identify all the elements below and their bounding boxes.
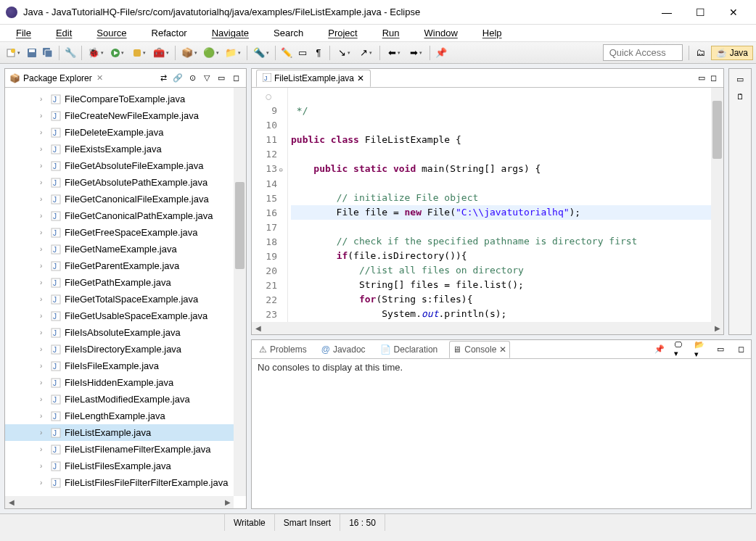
menu-search[interactable]: Search	[262, 26, 315, 40]
expand-icon[interactable]: ›	[40, 128, 42, 136]
editor-maximize-icon[interactable]: ◻	[707, 73, 719, 84]
close-console-icon[interactable]: ✕	[499, 344, 506, 355]
expand-icon[interactable]: ›	[40, 429, 42, 437]
expand-icon[interactable]: ›	[40, 329, 42, 336]
expand-icon[interactable]: ›	[40, 195, 42, 203]
expand-icon[interactable]: ›	[40, 145, 42, 153]
view-menu-icon[interactable]: ▽	[201, 73, 213, 84]
editor-vertical-scrollbar[interactable]	[711, 88, 723, 322]
tree-item[interactable]: ›JFileIsAbsoluteExample.java	[5, 324, 246, 341]
expand-icon[interactable]: ›	[40, 312, 42, 320]
prev-annotation-button[interactable]: ↗	[356, 46, 376, 60]
menu-source[interactable]: Source	[85, 26, 138, 40]
pin-console-icon[interactable]: 📌	[654, 344, 665, 355]
expand-icon[interactable]: ›	[40, 295, 42, 303]
problems-tab[interactable]: ⚠Problems	[256, 343, 310, 356]
package-tree[interactable]: ›JFileCompareToExample.java›JFileCreateN…	[5, 88, 246, 508]
tree-item[interactable]: ›JFileIsHiddenExample.java	[5, 374, 246, 391]
package-explorer-tab[interactable]: 📦 Package Explorer ✕	[9, 73, 103, 83]
open-perspective-button[interactable]: 🗂	[694, 46, 708, 60]
editor-minimize-icon[interactable]: ▭	[696, 73, 707, 84]
menu-refactor[interactable]: Refactor	[140, 26, 199, 40]
quick-access-input[interactable]	[603, 44, 683, 61]
expand-icon[interactable]: ›	[40, 362, 42, 370]
console-maximize-icon[interactable]: ◻	[735, 344, 747, 355]
open-console-icon[interactable]: 📂▾	[694, 344, 706, 355]
menu-navigate[interactable]: Navigate	[200, 26, 260, 40]
run-button[interactable]	[107, 46, 128, 60]
tree-item[interactable]: ›JFileGetPathExample.java	[5, 274, 246, 291]
expand-icon[interactable]: ›	[40, 162, 42, 170]
new-class-button[interactable]: 🟢	[201, 46, 221, 60]
forward-button[interactable]: ➡	[406, 46, 426, 60]
tree-item[interactable]: ›JFileExistsExample.java	[5, 141, 246, 157]
javadoc-tab[interactable]: @Javadoc	[319, 343, 369, 356]
tree-horizontal-scrollbar[interactable]: ◀▶	[5, 496, 234, 508]
tree-item[interactable]: ›JFileListExample.java	[5, 424, 246, 441]
restore-icon[interactable]: ▭	[734, 73, 746, 85]
save-all-button[interactable]	[41, 46, 55, 60]
tree-item[interactable]: ›JFileLengthExample.java	[5, 408, 246, 424]
expand-icon[interactable]: ›	[40, 112, 42, 120]
tree-item[interactable]: ›JFileIsDirectoryExample.java	[5, 341, 246, 358]
show-whitespace-button[interactable]: ¶	[311, 46, 326, 60]
menu-window[interactable]: Window	[413, 26, 469, 40]
editor-tab[interactable]: J FileListExample.java ✕	[256, 70, 371, 87]
toggle-mark-button[interactable]: ✏️	[279, 46, 294, 60]
focus-icon[interactable]: ⊙	[186, 73, 198, 84]
expand-icon[interactable]: ›	[40, 479, 42, 487]
tree-item[interactable]: ›JFileGetNameExample.java	[5, 241, 246, 257]
tree-item[interactable]: ›JFileGetParentExample.java	[5, 257, 246, 274]
tree-item[interactable]: ›JFileCompareToExample.java	[5, 91, 246, 107]
menu-edit[interactable]: Edit	[44, 26, 83, 40]
tree-item[interactable]: ›JFileGetUsableSpaceExample.java	[5, 307, 246, 324]
expand-icon[interactable]: ›	[40, 345, 42, 353]
run-last-button[interactable]	[129, 46, 149, 60]
tree-item[interactable]: ›JFileGetAbsolutePathExample.java	[5, 174, 246, 191]
tree-item[interactable]: ›JFileIsFileExample.java	[5, 358, 246, 374]
expand-icon[interactable]: ›	[40, 262, 42, 270]
expand-icon[interactable]: ›	[40, 228, 42, 236]
expand-icon[interactable]: ›	[40, 178, 42, 186]
tree-item[interactable]: ›JFileListFilesFileFilterFilterExample.j…	[5, 474, 246, 491]
expand-icon[interactable]: ›	[40, 278, 42, 286]
tree-item[interactable]: ›JFileGetCanonicalFileExample.java	[5, 191, 246, 207]
editor-horizontal-scrollbar[interactable]: ◀▶	[252, 322, 723, 334]
expand-icon[interactable]: ›	[40, 379, 42, 387]
tree-item[interactable]: ›JFileCreateNewFileExample.java	[5, 107, 246, 124]
search-button[interactable]: 🔦	[251, 46, 271, 60]
next-annotation-button[interactable]: ↘	[334, 46, 354, 60]
link-editor-icon[interactable]: 🔗	[172, 73, 184, 84]
menu-help[interactable]: Help	[471, 26, 514, 40]
expand-icon[interactable]: ›	[40, 462, 42, 470]
expand-icon[interactable]: ›	[40, 212, 42, 220]
tree-item[interactable]: ›JFileGetAbsoluteFileExample.java	[5, 157, 246, 174]
console-tab[interactable]: 🖥Console ✕	[449, 341, 510, 358]
collapse-all-icon[interactable]: ⇄	[157, 73, 169, 84]
new-package-button[interactable]: 📦	[179, 46, 200, 60]
menu-project[interactable]: Project	[316, 26, 369, 40]
minimize-view-icon[interactable]: ▭	[215, 73, 227, 84]
pin-button[interactable]: 📌	[434, 46, 448, 60]
code-area[interactable]: */ public class FileListExample { public…	[288, 88, 723, 322]
tree-item[interactable]: ›JFileLastModifiedExample.java	[5, 391, 246, 408]
tree-item[interactable]: ›JFileDeleteExample.java	[5, 124, 246, 141]
tree-item[interactable]: ›JFileListFilesExample.java	[5, 458, 246, 474]
build-button[interactable]: 🔧	[63, 46, 78, 60]
expand-icon[interactable]: ›	[40, 395, 42, 403]
expand-icon[interactable]: ›	[40, 412, 42, 420]
close-tab-icon[interactable]: ✕	[357, 73, 364, 83]
expand-icon[interactable]: ›	[40, 445, 42, 453]
expand-icon[interactable]: ›	[40, 245, 42, 253]
console-minimize-icon[interactable]: ▭	[715, 344, 726, 355]
outline-icon[interactable]: 🗒	[734, 91, 746, 102]
tree-item[interactable]: ›JFileGetTotalSpaceExample.java	[5, 291, 246, 307]
debug-button[interactable]: 🐞	[86, 46, 106, 60]
declaration-tab[interactable]: 📄Declaration	[377, 343, 441, 356]
tree-item[interactable]: ›JFileGetCanonicalPathExample.java	[5, 207, 246, 224]
tree-item[interactable]: ›JFileListFilenameFilterExample.java	[5, 441, 246, 458]
new-folder-button[interactable]: 📁	[223, 46, 243, 60]
maximize-view-icon[interactable]: ◻	[230, 73, 242, 84]
expand-icon[interactable]: ›	[40, 95, 42, 103]
menu-run[interactable]: Run	[371, 26, 411, 40]
